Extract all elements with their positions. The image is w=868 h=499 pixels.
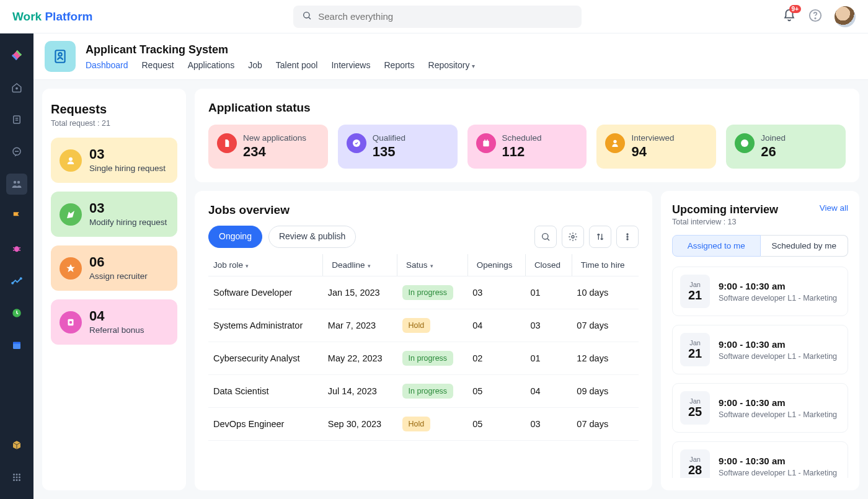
tab-job[interactable]: Job	[248, 60, 262, 70]
view-all-link[interactable]: View all	[820, 203, 848, 213]
jobs-settings-button[interactable]	[562, 226, 584, 248]
tab-repository[interactable]: Repository▾	[428, 60, 476, 70]
status-label: Scheduled	[502, 133, 542, 143]
cell-role: Software Developer	[208, 276, 323, 309]
interview-item[interactable]: Jan219:00 - 10:30 amSoftware developer L…	[672, 325, 848, 374]
request-count: 06	[89, 255, 148, 269]
cell-status: In progress	[397, 276, 468, 309]
request-count: 04	[89, 309, 144, 323]
interview-time: 9:00 - 10:30 am	[719, 281, 837, 291]
tab-request[interactable]: Request	[142, 60, 174, 70]
request-card[interactable]: 06Assign recruiter	[51, 245, 177, 291]
rail-chat-icon[interactable]	[6, 141, 27, 162]
rail-clock-icon[interactable]	[6, 302, 27, 324]
rail-apps-icon[interactable]	[6, 467, 27, 488]
interview-time: 9:00 - 10:30 am	[719, 339, 837, 350]
tab-interviews[interactable]: Interviews	[331, 60, 370, 70]
rail-analytics-icon[interactable]	[6, 270, 27, 291]
status-count: 135	[373, 144, 405, 160]
status-tile[interactable]: New applications234	[208, 125, 328, 169]
requests-title: Requests	[51, 102, 177, 117]
rail-package-icon[interactable]	[6, 435, 27, 456]
svg-point-47	[627, 234, 628, 235]
status-tile[interactable]: Joined26	[726, 125, 846, 169]
cell-role: Data Scientist	[208, 375, 323, 408]
status-label: Interviewed	[631, 133, 674, 143]
svg-point-22	[13, 474, 15, 475]
interview-time: 9:00 - 10:30 am	[719, 397, 837, 408]
jobs-search-button[interactable]	[534, 226, 557, 248]
svg-line-14	[19, 248, 20, 249]
interview-item[interactable]: Jan289:00 - 10:30 amSoftware developer L…	[672, 441, 848, 478]
pill-ongoing[interactable]: Ongoing	[208, 226, 262, 248]
cell-time: 07 days	[572, 408, 639, 441]
status-badge: In progress	[402, 351, 454, 366]
request-card-icon	[60, 203, 82, 226]
tab-applications[interactable]: Applications	[188, 60, 235, 70]
svg-point-25	[13, 477, 15, 479]
interview-item[interactable]: Jan219:00 - 10:30 amSoftware developer L…	[672, 267, 848, 316]
rail-app-logo[interactable]	[6, 45, 27, 66]
svg-point-17	[12, 283, 13, 284]
tab-reports[interactable]: Reports	[384, 60, 414, 70]
global-search[interactable]	[293, 6, 582, 28]
col-openings[interactable]: Openings	[467, 254, 525, 276]
request-card[interactable]: 03Modify hiring request	[51, 192, 177, 237]
request-card[interactable]: 03Single hiring request	[51, 138, 177, 183]
col-job-role[interactable]: Job role▾	[208, 254, 323, 276]
upcoming-title: Upcoming interview	[672, 203, 778, 216]
tab-talent-pool[interactable]: Talent pool	[276, 60, 318, 70]
search-input[interactable]	[318, 11, 573, 22]
cell-status: In progress	[397, 342, 468, 375]
rail-flag-icon[interactable]	[6, 206, 27, 227]
interview-date-chip: Jan21	[680, 275, 710, 308]
help-button[interactable]	[808, 9, 822, 25]
notifications-button[interactable]: 9+	[782, 9, 796, 25]
cell-deadline: May 22, 2023	[323, 342, 397, 375]
cell-time: 09 days	[572, 375, 639, 408]
svg-point-30	[19, 479, 20, 481]
col-time-to-hire[interactable]: Time to hire	[572, 254, 639, 276]
request-label: Assign recruiter	[89, 272, 148, 281]
rail-document-icon[interactable]	[6, 109, 27, 130]
svg-point-35	[69, 320, 73, 324]
tab-dashboard[interactable]: Dashboard	[86, 60, 128, 70]
cell-role: Cybersecurity Analyst	[208, 342, 323, 375]
pill-review-publish[interactable]: Review & publish	[268, 226, 356, 248]
request-card[interactable]: 04Referral bonus	[51, 299, 177, 345]
avatar[interactable]	[835, 6, 856, 27]
svg-rect-41	[487, 139, 487, 141]
request-card-icon	[60, 257, 82, 280]
interview-sub: Software developer L1 - Marketing	[719, 352, 837, 361]
jobs-more-button[interactable]	[616, 226, 639, 248]
status-tile[interactable]: Qualified135	[338, 125, 458, 169]
svg-point-18	[20, 278, 22, 279]
seg-assigned-to-me[interactable]: Assigned to me	[672, 235, 761, 257]
interview-item[interactable]: Jan259:00 - 10:30 amSoftware developer L…	[672, 383, 848, 433]
rail-calendar-icon[interactable]	[6, 335, 27, 356]
svg-point-4	[16, 87, 17, 89]
status-tile[interactable]: Interviewed94	[596, 125, 716, 169]
table-row[interactable]: Systems AdministratorMar 7, 2023Hold0403…	[208, 309, 639, 342]
col-status[interactable]: Satus▾	[397, 254, 468, 276]
rail-bug-icon[interactable]	[6, 238, 27, 259]
status-tile-icon	[735, 133, 755, 153]
request-label: Referral bonus	[89, 325, 144, 335]
rail-home-icon[interactable]	[6, 77, 27, 98]
brand-logo[interactable]: Work Platform	[12, 10, 93, 24]
table-row[interactable]: Software DeveloperJan 15, 2023In progres…	[208, 276, 639, 309]
col-closed[interactable]: Closed	[525, 254, 572, 276]
table-row[interactable]: DevOps EngineerSep 30, 2023Hold050307 da…	[208, 408, 639, 441]
status-tile-icon	[347, 133, 366, 153]
table-row[interactable]: Cybersecurity AnalystMay 22, 2023In prog…	[208, 342, 639, 375]
seg-scheduled-by-me[interactable]: Scheduled by me	[761, 235, 849, 257]
col-deadline[interactable]: Deadline▾	[323, 254, 397, 276]
cell-time: 10 days	[572, 276, 639, 309]
svg-point-0	[304, 12, 309, 17]
svg-point-43	[741, 139, 748, 147]
rail-people-icon[interactable]	[6, 174, 27, 195]
jobs-sort-button[interactable]	[589, 226, 611, 248]
status-label: New applications	[243, 133, 306, 143]
status-tile[interactable]: Scheduled112	[467, 125, 587, 169]
table-row[interactable]: Data ScientistJul 14, 2023In progress050…	[208, 375, 639, 408]
